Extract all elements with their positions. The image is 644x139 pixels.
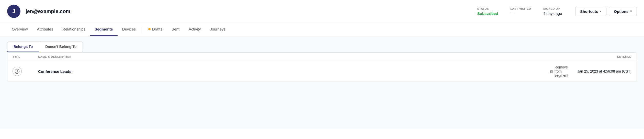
signed-up-label: SIGNED UP xyxy=(543,7,560,10)
header-actions: Shortcuts ∨ Options ∨ xyxy=(575,7,637,16)
svg-point-1 xyxy=(17,71,18,72)
sub-tab-doesnt-belong-to[interactable]: Doesn't Belong To xyxy=(39,42,83,52)
options-button[interactable]: Options ∨ xyxy=(609,7,637,16)
sub-tab-belongs-to[interactable]: Belongs To xyxy=(7,42,39,52)
nav-tabs: Overview Attributes Relationships Segmen… xyxy=(0,23,644,36)
last-visited-label: LAST VISITED xyxy=(510,7,531,10)
trash-icon: 🗑 xyxy=(550,69,553,73)
col-name: NAME & DESCRIPTION xyxy=(38,55,550,58)
drafts-dot-icon xyxy=(148,28,151,30)
col-type: TYPE xyxy=(13,55,38,58)
table-header: TYPE NAME & DESCRIPTION ENTERED xyxy=(7,53,637,61)
options-chevron-icon: ∨ xyxy=(630,10,632,13)
entered-date: Jan 25, 2023 at 4:56:08 pm (CST) xyxy=(577,69,631,73)
signed-up-block: SIGNED UP 4 days ago xyxy=(543,7,562,16)
segment-chevron-icon: › xyxy=(72,70,73,73)
header: J jen@example.com STATUS Subscribed LAST… xyxy=(0,0,644,23)
remove-from-segment-button[interactable]: 🗑 Remove from segment xyxy=(550,65,573,77)
tab-relationships[interactable]: Relationships xyxy=(58,23,90,36)
tab-segments[interactable]: Segments xyxy=(90,23,118,36)
tab-activity[interactable]: Activity xyxy=(184,23,206,36)
tab-journeys[interactable]: Journeys xyxy=(205,23,230,36)
segments-table: TYPE NAME & DESCRIPTION ENTERED xyxy=(7,52,637,82)
nav-divider xyxy=(142,26,142,33)
last-visited-value: — xyxy=(510,11,514,16)
status-label: STATUS xyxy=(477,7,489,10)
status-block: STATUS Subscribed xyxy=(477,7,498,16)
tab-sent[interactable]: Sent xyxy=(167,23,184,36)
type-cell xyxy=(13,67,38,76)
tab-drafts[interactable]: Drafts xyxy=(144,23,167,36)
tab-devices[interactable]: Devices xyxy=(118,23,140,36)
sub-tabs: Belongs To Doesn't Belong To xyxy=(7,42,637,52)
last-visited-block: LAST VISITED — xyxy=(510,7,531,16)
col-entered: ENTERED xyxy=(550,55,631,58)
shortcuts-button[interactable]: Shortcuts ∨ xyxy=(575,7,606,16)
entered-cell: 🗑 Remove from segment Jan 25, 2023 at 4:… xyxy=(550,65,631,77)
page-wrapper: J jen@example.com STATUS Subscribed LAST… xyxy=(0,0,644,139)
table-row: Conference Leads › 🗑 Remove from segment… xyxy=(7,61,637,82)
user-email: jen@example.com xyxy=(26,8,70,14)
tab-attributes[interactable]: Attributes xyxy=(32,23,58,36)
status-value: Subscribed xyxy=(477,11,498,16)
content-area: Belongs To Doesn't Belong To TYPE NAME &… xyxy=(0,36,644,129)
name-cell: Conference Leads › xyxy=(38,69,550,74)
shortcuts-chevron-icon: ∨ xyxy=(600,10,602,13)
signed-up-value: 4 days ago xyxy=(543,11,562,16)
avatar: J xyxy=(7,5,20,18)
tab-overview[interactable]: Overview xyxy=(7,23,32,36)
segment-name[interactable]: Conference Leads › xyxy=(38,69,550,74)
segment-type-icon xyxy=(13,67,22,76)
header-meta: STATUS Subscribed LAST VISITED — SIGNED … xyxy=(477,7,562,16)
